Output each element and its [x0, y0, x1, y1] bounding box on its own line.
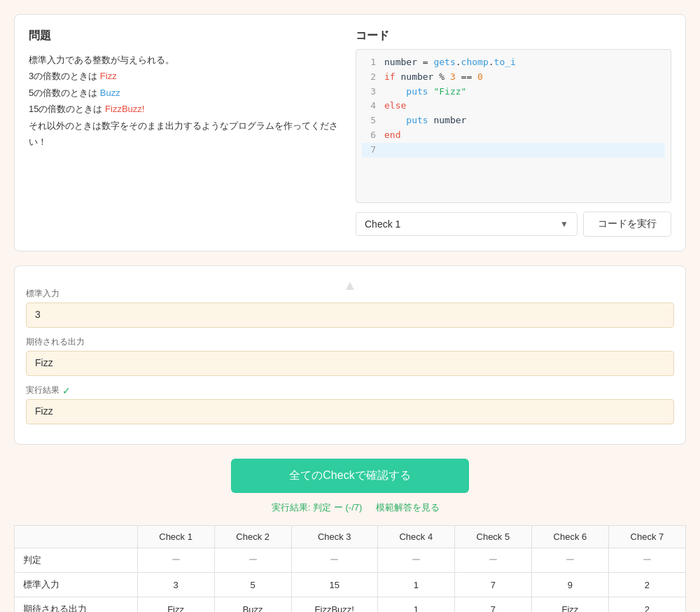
check-select-label: Check 1 [365, 218, 400, 230]
table-cell-2-3: 1 [377, 597, 454, 613]
table-header-check6: Check 6 [531, 526, 608, 548]
table-header-check5: Check 5 [454, 526, 531, 548]
table-cell-0-5: ー [531, 548, 608, 573]
model-answer-link[interactable]: 模範解答を見る [376, 502, 440, 513]
table-cell-0-0: ー [137, 548, 214, 573]
code-line-7: 7 [362, 143, 665, 158]
table-cell-1-1: 5 [214, 573, 291, 597]
page-container: 問題 標準入力である整数が与えられる。 3の倍数のときは Fizz 5の倍数のと… [0, 0, 700, 612]
table-cell-1-3: 1 [377, 573, 454, 597]
table-row-label-2: 期待される出力 [15, 597, 138, 613]
code-line-2: 2 if number % 3 == 0 [362, 70, 665, 85]
buzz-text: Buzz [100, 88, 120, 98]
table-cell-1-0: 3 [137, 573, 214, 597]
top-panels: 問題 標準入力である整数が与えられる。 3の倍数のときは Fizz 5の倍数のと… [14, 14, 686, 251]
result-summary-text: 実行結果: 判定 ー (-/7) [272, 502, 362, 513]
table-cell-1-6: 2 [608, 573, 685, 597]
problem-text: 標準入力である整数が与えられる。 3の倍数のときは Fizz 5の倍数のときは … [29, 52, 344, 150]
table-row: 標準入力35151792 [15, 573, 686, 597]
check-ok-icon: ✓ [62, 385, 71, 396]
table-cell-0-2: ー [291, 548, 377, 573]
code-editor[interactable]: 1 number = gets.chomp.to_i 2 if number %… [356, 49, 671, 203]
stdin-field: 標準入力 3 [26, 288, 674, 328]
check-row: Check 1 ▼ コードを実行 [356, 211, 671, 237]
table-row-label-0: 判定 [15, 548, 138, 573]
table-header-empty [15, 526, 138, 548]
table-cell-1-4: 7 [454, 573, 531, 597]
table-cell-2-4: 7 [454, 597, 531, 613]
check-details-panel: ▲ 標準入力 3 期待される出力 Fizz 実行結果 ✓ Fizz [14, 265, 686, 445]
code-line-3: 3 puts "Fizz" [362, 85, 665, 99]
problem-title: 問題 [29, 29, 344, 43]
results-table: Check 1 Check 2 Check 3 Check 4 Check 5 … [14, 525, 686, 612]
code-line-1: 1 number = gets.chomp.to_i [362, 55, 665, 70]
expected-label: 期待される出力 [26, 336, 674, 348]
table-cell-2-5: Fizz [531, 597, 608, 613]
result-summary: 実行結果: 判定 ー (-/7) 模範解答を見る [14, 501, 686, 514]
table-header-check3: Check 3 [291, 526, 377, 548]
result-field: 実行結果 ✓ Fizz [26, 384, 674, 424]
code-line-4: 4 else [362, 99, 665, 113]
table-header-check1: Check 1 [137, 526, 214, 548]
table-header-check4: Check 4 [377, 526, 454, 548]
table-row-label-1: 標準入力 [15, 573, 138, 597]
code-line-5: 5 puts number [362, 113, 665, 128]
table-cell-2-1: Buzz [214, 597, 291, 613]
code-panel-title: コード [356, 29, 671, 43]
fizzbuzz-text: FizzBuzz! [105, 104, 144, 114]
run-button[interactable]: コードを実行 [583, 211, 671, 237]
expected-value: Fizz [26, 351, 674, 376]
table-cell-2-2: FizzBuzz! [291, 597, 377, 613]
code-line-6: 6 end [362, 128, 665, 143]
fizz-text: Fizz [100, 71, 117, 81]
result-value: Fizz [26, 399, 674, 424]
table-row: 判定ーーーーーーー [15, 548, 686, 573]
table-cell-0-3: ー [377, 548, 454, 573]
table-cell-0-1: ー [214, 548, 291, 573]
table-cell-1-5: 9 [531, 573, 608, 597]
problem-panel: 問題 標準入力である整数が与えられる。 3の倍数のときは Fizz 5の倍数のと… [29, 29, 344, 237]
table-cell-2-6: 2 [608, 597, 685, 613]
table-cell-1-2: 15 [291, 573, 377, 597]
table-cell-2-0: Fizz [137, 597, 214, 613]
table-row: 期待される出力FizzBuzzFizzBuzz!17Fizz2 [15, 597, 686, 613]
code-panel: コード 1 number = gets.chomp.to_i 2 if numb… [356, 29, 671, 237]
table-header-row: Check 1 Check 2 Check 3 Check 4 Check 5 … [15, 526, 686, 548]
check-selector[interactable]: Check 1 ▼ [356, 212, 578, 236]
chevron-down-icon: ▼ [560, 219, 568, 229]
confirm-all-button[interactable]: 全てのCheckで確認する [231, 459, 469, 493]
table-header-check2: Check 2 [214, 526, 291, 548]
table-cell-0-6: ー [608, 548, 685, 573]
result-label: 実行結果 ✓ [26, 384, 674, 396]
expected-field: 期待される出力 Fizz [26, 336, 674, 376]
stdin-value: 3 [26, 302, 674, 328]
table-header-check7: Check 7 [608, 526, 685, 548]
table-cell-0-4: ー [454, 548, 531, 573]
